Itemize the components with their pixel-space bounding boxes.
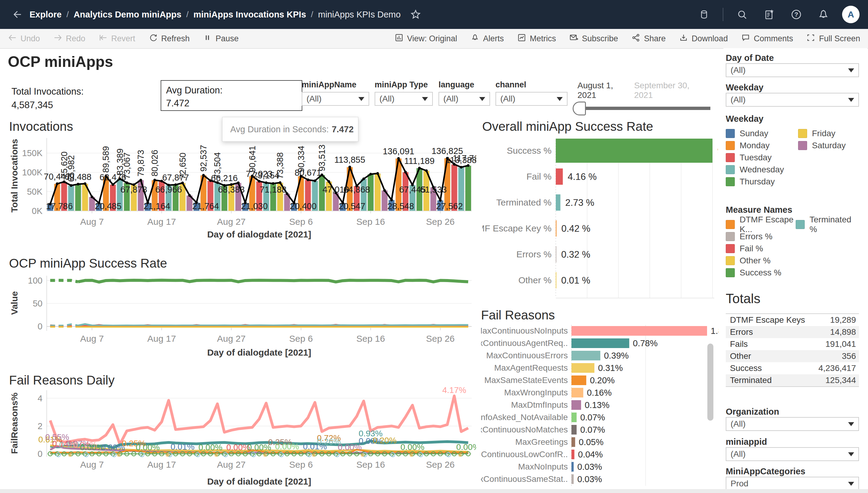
svg-text:0.00%: 0.00% [198, 443, 222, 452]
dropdown[interactable]: (All) [726, 417, 859, 431]
data-source-icon[interactable] [696, 6, 713, 23]
filter-dropdown[interactable]: (All) [496, 92, 567, 106]
svg-text:Sep 16: Sep 16 [356, 459, 385, 470]
recents-favorites-icon[interactable] [761, 6, 778, 23]
totals-row-other: Other 356 [726, 350, 859, 362]
dropdown-value: (All) [731, 65, 746, 75]
toolbar-view-button[interactable]: View: Original [394, 33, 457, 44]
legend-swatch [726, 256, 735, 265]
svg-text:0.05%: 0.05% [579, 437, 603, 447]
breadcrumb-item-0[interactable]: Explore [29, 9, 62, 20]
totals-row-value: 356 [842, 351, 856, 361]
toolbar-download-button[interactable]: Download [679, 33, 728, 44]
svg-text:0K: 0K [32, 206, 43, 216]
fail-reasons-title: Fail Reasons [481, 308, 555, 322]
totals-row-label: DTMF Escape Keys [730, 315, 805, 325]
totals-row-value: 4,236,417 [818, 363, 856, 373]
chevron-down-icon [557, 97, 563, 101]
miniappid-label: miniappid [726, 437, 859, 447]
totals-row-value: 14,898 [830, 327, 856, 337]
legend-label: Success % [740, 268, 781, 278]
filter-miniappname: miniAppName (All) [302, 80, 369, 106]
dropdown[interactable]: (All) [726, 63, 859, 77]
legend-swatch [726, 141, 735, 150]
dropdown[interactable]: (All) [726, 447, 859, 461]
back-arrow-icon[interactable] [8, 6, 25, 23]
legend-item-sunday[interactable]: Sunday [726, 127, 798, 140]
svg-text:50: 50 [33, 299, 43, 308]
filter-dropdown[interactable]: (All) [375, 92, 433, 106]
dropdown-value: Prod [731, 479, 748, 489]
toolbar-pause-button[interactable]: Pause [203, 33, 239, 44]
avg-duration-label: Avg Duration: [166, 84, 302, 97]
toolbar-fullscreen-label: Full Screen [819, 34, 860, 43]
fail-reasons-daily-chart[interactable]: 0240.61%0.55%0.14%0.13%0.07%0.04%0.00%0.… [6, 385, 476, 493]
favorite-star-icon[interactable] [407, 6, 424, 23]
chevron-down-icon [848, 98, 854, 102]
toolbar-subscribe-label: Subscribe [582, 34, 618, 43]
totals-row-value: 125,344 [825, 376, 856, 385]
dropdown[interactable]: (All) [726, 93, 859, 107]
legend-item-other-[interactable]: Other % [726, 255, 796, 267]
user-avatar[interactable]: A [842, 6, 860, 23]
filter-dropdown[interactable]: (All) [302, 92, 369, 106]
weekday-filter: (All) [726, 93, 859, 107]
toolbar-alerts-label: Alerts [483, 34, 504, 43]
legend-item-thursday[interactable]: Thursday [726, 176, 798, 188]
toolbar-refresh-button[interactable]: Refresh [149, 33, 190, 44]
totals-table: DTMF Escape Keys 19,289 Errors 14,898 Fa… [726, 314, 859, 387]
day-of-date-filter: (All) [726, 63, 859, 77]
totals-table-wrap: DTMF Escape Keys 19,289 Errors 14,898 Fa… [726, 314, 859, 387]
filter-dropdown[interactable]: (All) [438, 92, 490, 106]
toolbar-metrics-button[interactable]: Metrics [517, 33, 556, 44]
search-icon[interactable] [734, 6, 751, 23]
legend-item-errors-[interactable]: Errors % [726, 231, 796, 242]
toolbar-alerts-button[interactable]: Alerts [471, 33, 504, 44]
legend-item-tuesday[interactable]: Tuesday [726, 152, 798, 164]
legend-item-wednesday[interactable]: Wednesday [726, 164, 798, 176]
toolbar-right-group: View: OriginalAlertsMetricsSubscribeShar… [394, 33, 860, 44]
fail-reasons-chart[interactable]: MaxContinuousNoInputs1.83%MaxContinuousA… [481, 323, 718, 491]
svg-text:0.13%: 0.13% [585, 400, 609, 410]
breadcrumb-item-3[interactable]: miniApps KPIs Demo [318, 9, 400, 20]
invocations-chart[interactable]: 0K50K100K150K17,78670,44775,62065,98269,… [6, 135, 476, 241]
legend-label: Fail % [740, 244, 763, 253]
breadcrumb-item-1[interactable]: Analytics Demo miniApps [73, 9, 181, 20]
help-icon[interactable]: ? [788, 6, 805, 23]
legend-item-friday[interactable]: Friday [798, 127, 846, 140]
slider-handle[interactable] [573, 102, 586, 115]
legend-item-fail-[interactable]: Fail % [726, 242, 796, 255]
notifications-bell-icon[interactable] [815, 6, 832, 23]
legend-item-terminated-[interactable]: Terminated % [796, 218, 859, 231]
svg-text:92,537: 92,537 [199, 145, 208, 172]
dropdown[interactable]: Prod [726, 477, 859, 491]
toolbar-subscribe-button[interactable]: Subscribe [569, 33, 618, 44]
success-rate-chart[interactable]: 050100Aug 7Aug 17Aug 27Sep 6Sep 16Sep 26… [6, 267, 476, 359]
legend-swatch [798, 141, 807, 150]
dropdown-value: (All) [731, 419, 746, 429]
toolbar-fullscreen-button[interactable]: Full Screen [806, 33, 860, 44]
svg-text:0.00%: 0.00% [275, 442, 299, 451]
legend-swatch [726, 153, 735, 162]
svg-text:0: 0 [38, 449, 43, 459]
filter-label: miniApp Type [375, 80, 433, 89]
legend-item-dtmf-escape-k-[interactable]: DTMF Escape K... [726, 218, 796, 231]
toolbar-metrics-label: Metrics [530, 34, 556, 43]
svg-text:MaxContinuousLowConfR..: MaxContinuousLowConfR.. [481, 450, 568, 459]
total-invocations-value: 4,587,345 [12, 99, 84, 112]
legend-item-monday[interactable]: Monday [726, 140, 798, 152]
avg-duration-kpi[interactable]: Avg Duration: 7.472 [161, 80, 302, 111]
fail-reasons-scrollbar[interactable] [707, 344, 713, 421]
svg-text:Day of dialogdate [2021]: Day of dialogdate [2021] [207, 476, 311, 486]
legend-item-success-[interactable]: Success % [726, 267, 796, 279]
slider-track[interactable] [578, 107, 710, 110]
legend-item-saturday[interactable]: Saturday [798, 140, 846, 152]
toolbar-comments-button[interactable]: Comments [741, 33, 793, 44]
svg-text:0.16%: 0.16% [587, 388, 611, 398]
filter-label: Day of Date [726, 53, 859, 63]
svg-text:0.07%: 0.07% [580, 425, 605, 434]
svg-text:Aug 7: Aug 7 [80, 217, 104, 227]
toolbar-share-button[interactable]: Share [631, 33, 666, 44]
breadcrumb-item-2[interactable]: miniApps Invocations KPIs [194, 9, 306, 20]
overall-success-chart[interactable]: Success %92.35 %Fail %4.16 %Terminated %… [482, 136, 718, 301]
